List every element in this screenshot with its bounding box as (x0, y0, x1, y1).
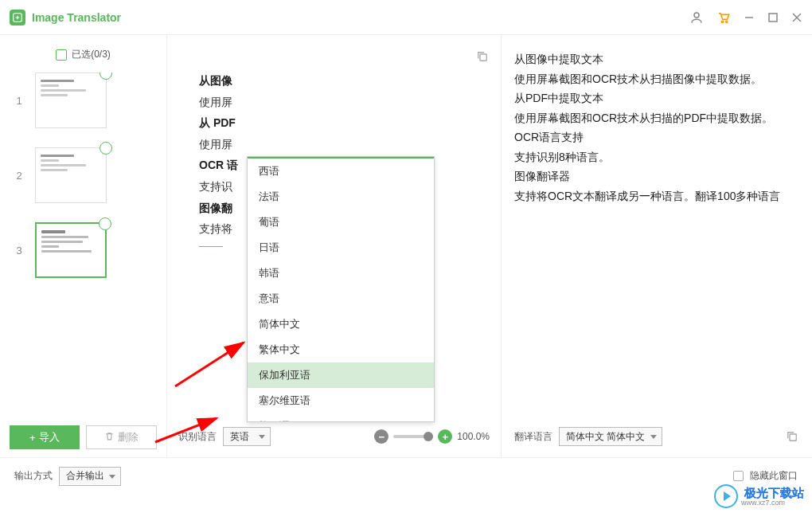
svg-rect-5 (769, 14, 777, 22)
title-bar: Image Translator (0, 0, 812, 35)
translate-lang-label: 翻译语言 (514, 430, 552, 444)
svg-point-1 (694, 13, 699, 18)
watermark-url: www.xz7.com (741, 499, 804, 507)
titlebar-controls (689, 10, 802, 25)
user-icon[interactable] (689, 10, 704, 25)
thumbnail-preview[interactable] (35, 147, 107, 203)
language-option[interactable]: 韩语 (248, 260, 434, 286)
thumbnails-panel: 已选(0/3) 1 2 3 (0, 35, 167, 457)
maximize-button[interactable] (767, 12, 779, 23)
thumbnail-number: 2 (10, 170, 29, 182)
language-option[interactable]: 简体中文 (248, 311, 434, 337)
plus-icon: + (29, 432, 36, 444)
minimize-button[interactable] (744, 12, 755, 23)
language-option[interactable]: 日语 (248, 235, 434, 260)
copy-icon[interactable] (475, 49, 490, 64)
zoom-out-button[interactable]: − (374, 429, 388, 444)
cart-icon[interactable] (716, 10, 731, 25)
app-logo (10, 10, 25, 25)
output-mode-label: 输出方式 (14, 469, 53, 483)
translate-lang-value: 简体中文 简体中文 (566, 430, 645, 444)
thumbnail-item[interactable]: 3 (10, 222, 157, 278)
language-option[interactable]: 保加利亚语 (248, 362, 434, 388)
translation-text: 从图像中提取文本 使用屏幕截图和OCR技术从扫描图像中提取数据。 从PDF中提取… (514, 49, 799, 417)
language-option[interactable]: 繁体中文 (248, 337, 434, 362)
zoom-handle[interactable] (424, 432, 433, 441)
ocr-lang-value: 英语 (230, 430, 249, 444)
import-label: 导入 (39, 430, 60, 444)
output-mode-select[interactable]: 合并输出 (59, 467, 121, 486)
svg-rect-8 (480, 54, 486, 61)
right-bottom-bar: 翻译语言 简体中文 简体中文 (514, 417, 799, 449)
svg-rect-9 (790, 434, 796, 441)
language-option[interactable]: 葡语 (248, 210, 434, 235)
language-option[interactable]: 西语 (248, 159, 434, 184)
select-circle-icon[interactable] (99, 217, 111, 230)
zoom-slider[interactable] (393, 435, 433, 438)
thumbnail-preview[interactable] (35, 72, 107, 128)
delete-label: 删除 (118, 430, 139, 444)
thumbnail-item[interactable]: 2 (10, 147, 157, 203)
mid-bottom-bar: 识别语言 英语 − + 100.0% (178, 417, 490, 449)
ocr-lang-select[interactable]: 英语 (223, 427, 271, 446)
trash-icon (104, 431, 115, 444)
translation-panel: 从图像中提取文本 使用屏幕截图和OCR技术从扫描图像中提取数据。 从PDF中提取… (502, 35, 812, 457)
thumbnail-item[interactable]: 1 (10, 72, 157, 128)
footer-bar: 输出方式 合并输出 隐藏此窗口 (0, 457, 812, 494)
zoom-controls: − + 100.0% (374, 429, 490, 444)
svg-point-2 (721, 21, 723, 22)
thumbnail-list: 1 2 3 (10, 72, 157, 419)
copy-translation-icon[interactable] (785, 429, 799, 444)
delete-button[interactable]: 删除 (86, 425, 158, 449)
select-circle-icon[interactable] (100, 72, 112, 80)
language-option[interactable]: 塞尔维亚语 (248, 388, 434, 413)
zoom-in-button[interactable]: + (438, 429, 452, 444)
left-buttons: + 导入 删除 (10, 419, 157, 449)
select-all-row[interactable]: 已选(0/3) (10, 48, 157, 61)
output-mode-value: 合并输出 (66, 469, 104, 483)
language-option[interactable]: 法语 (248, 184, 434, 210)
select-circle-icon[interactable] (100, 142, 112, 155)
thumbnail-preview[interactable] (35, 222, 107, 278)
language-option[interactable]: 拉丁语 (248, 413, 434, 421)
svg-point-3 (726, 21, 728, 22)
hide-window-label: 隐藏此窗口 (750, 469, 798, 483)
close-button[interactable] (791, 12, 802, 23)
select-all-label: 已选(0/3) (72, 48, 111, 61)
language-dropdown[interactable]: 西语法语葡语日语韩语意语简体中文繁体中文保加利亚语塞尔维亚语拉丁语德语 (247, 156, 435, 422)
zoom-value: 100.0% (457, 431, 490, 442)
ocr-lang-label: 识别语言 (178, 430, 217, 444)
app-title: Image Translator (32, 11, 121, 24)
translate-lang-select[interactable]: 简体中文 简体中文 (559, 427, 662, 446)
import-button[interactable]: + 导入 (10, 425, 80, 449)
thumbnail-number: 1 (10, 95, 29, 107)
thumbnail-number: 3 (10, 245, 29, 256)
language-option[interactable]: 意语 (248, 286, 434, 311)
hide-window-checkbox[interactable] (733, 471, 744, 481)
select-all-checkbox[interactable] (56, 49, 67, 61)
